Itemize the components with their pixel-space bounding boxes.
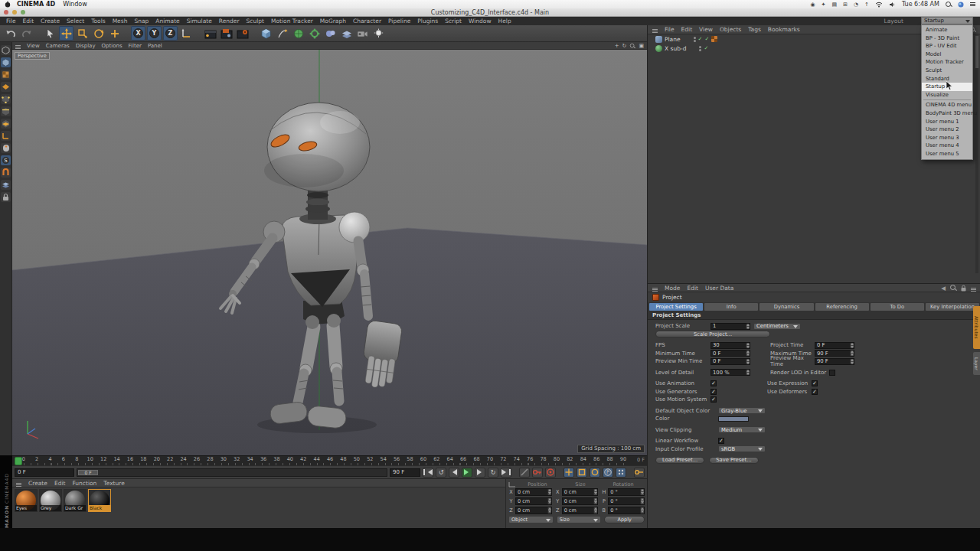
enable-axis-icon[interactable] <box>1 131 11 141</box>
size-y-field[interactable]: 0 cm <box>562 497 599 505</box>
grid-status-icon[interactable]: ⊞ <box>843 2 848 8</box>
visibility-dots[interactable] <box>699 46 701 51</box>
section-header[interactable]: Project Settings <box>648 311 980 320</box>
object-manager-menu-item[interactable]: View <box>699 26 713 33</box>
redo-icon[interactable] <box>19 26 34 41</box>
preview-max-time-field[interactable]: 90 F <box>815 358 854 365</box>
render-lod-checkbox[interactable] <box>829 370 835 376</box>
material-thumbnail[interactable]: Dark Gr <box>64 489 87 512</box>
record-parameter-icon[interactable]: P <box>603 468 613 478</box>
environment-icon[interactable] <box>339 26 354 41</box>
materials-burger-icon[interactable] <box>16 483 21 484</box>
coordinate-system-icon[interactable] <box>179 26 194 41</box>
macos-window-menu[interactable]: Window <box>63 1 87 8</box>
render-settings-icon[interactable] <box>235 26 250 41</box>
pos-x-field[interactable]: 0 cm <box>515 488 552 496</box>
macos-app-menu[interactable]: CINEMA 4D <box>17 1 55 8</box>
end-frame-field[interactable]: 90 F <box>390 468 420 477</box>
menu-item[interactable]: Create <box>41 18 60 24</box>
toggle-view-icon[interactable]: ▣ <box>639 43 644 49</box>
play-mode-icon[interactable]: ↺ <box>436 468 446 478</box>
previous-frame-icon[interactable] <box>449 468 459 478</box>
layout-menu-item[interactable]: User menu 4 <box>922 142 972 150</box>
attributes-menu-item[interactable]: User Data <box>705 285 733 292</box>
object-manager-menu-item[interactable]: Bookmarks <box>768 26 800 33</box>
rot-h-field[interactable]: 0 ° <box>608 488 645 496</box>
scrubber-handle[interactable]: 0 F <box>78 470 98 475</box>
menu-item[interactable]: Motion Tracker <box>271 18 313 24</box>
z-axis-lock-icon[interactable]: Z <box>163 26 178 41</box>
preview-min-time-field[interactable]: 0 F <box>710 358 750 365</box>
texture-tag-icon[interactable] <box>711 36 717 42</box>
pos-z-field[interactable]: 0 cm <box>515 507 552 514</box>
menu-item[interactable]: Pipeline <box>388 18 410 24</box>
color-swatch[interactable] <box>718 416 749 422</box>
enabled-check[interactable]: ✓ <box>698 36 703 42</box>
current-frame-field[interactable]: 0 F <box>15 468 74 477</box>
attributes-lock-icon[interactable] <box>961 285 966 292</box>
attributes-tab[interactable]: Info <box>704 303 758 311</box>
load-preset-button[interactable]: Load Preset... <box>655 457 704 464</box>
viewport-solo-icon[interactable] <box>1 143 11 153</box>
subdivision-surface-icon[interactable] <box>291 26 305 41</box>
materials-menu-item[interactable]: Function <box>72 480 96 487</box>
viewport-menu-item[interactable]: Panel <box>148 43 162 49</box>
attributes-tab[interactable]: Dynamics <box>760 303 813 311</box>
pan-view-icon[interactable]: + <box>615 43 619 49</box>
fps-field[interactable]: 30 <box>710 342 750 349</box>
attributes-side-tab[interactable]: Attributes <box>973 306 980 349</box>
volume-icon[interactable] <box>889 2 896 8</box>
attributes-options-icon[interactable] <box>971 288 976 289</box>
viewport-menu-item[interactable]: Filter <box>129 43 142 49</box>
project-scale-field[interactable]: 1 <box>710 323 750 330</box>
use-generators-checkbox[interactable]: ✓ <box>710 389 717 395</box>
layout-menu-item[interactable]: Visualize <box>922 91 972 99</box>
workplane-icon[interactable] <box>1 82 11 92</box>
use-deformers-checkbox[interactable]: ✓ <box>812 389 818 395</box>
layout-menu-item[interactable]: User menu 3 <box>922 134 972 142</box>
apple-icon[interactable] <box>5 1 11 8</box>
rot-b-field[interactable]: 0 ° <box>608 507 645 514</box>
menu-item[interactable]: Snap <box>134 18 149 24</box>
undo-icon[interactable] <box>3 26 18 41</box>
autokey-icon[interactable] <box>545 468 556 478</box>
menu-item[interactable]: Animate <box>155 18 179 24</box>
menu-item[interactable]: Plugins <box>417 18 438 24</box>
y-axis-lock-icon[interactable]: Y <box>147 26 162 41</box>
timeline-ruler[interactable]: 0246810121416182022242628303234363840424… <box>12 455 647 465</box>
size-z-field[interactable]: 0 cm <box>562 507 599 514</box>
menu-item[interactable]: Window <box>469 18 492 24</box>
default-object-color-dropdown[interactable]: Gray-Blue <box>718 407 766 414</box>
layout-menu-item[interactable]: Model <box>922 51 972 59</box>
level-of-detail-field[interactable]: 100 % <box>710 369 750 376</box>
scale-project-button[interactable]: Scale Project... <box>655 331 770 337</box>
record-key-icon[interactable] <box>532 468 543 478</box>
attributes-tab[interactable]: To Do <box>871 303 924 311</box>
menu-item[interactable]: Select <box>67 18 84 24</box>
menu-item[interactable]: Script <box>445 18 462 24</box>
generator-check[interactable]: ✓ <box>704 36 709 42</box>
maximum-time-field[interactable]: 90 F <box>815 350 854 357</box>
object-manager-menu-item[interactable]: Objects <box>720 26 741 33</box>
notification-center-icon[interactable] <box>970 2 975 3</box>
enabled-check[interactable]: ✓ <box>704 45 708 51</box>
orbit-view-icon[interactable]: ↻ <box>622 43 627 49</box>
attributes-search-icon[interactable] <box>950 285 956 291</box>
make-editable-icon[interactable] <box>1 45 11 55</box>
move-tool-icon[interactable] <box>59 26 74 41</box>
linear-workflow-checkbox[interactable]: ✓ <box>718 438 724 444</box>
coords-size-dropdown[interactable]: Size <box>557 516 602 523</box>
x-axis-lock-icon[interactable]: X <box>131 26 145 41</box>
layout-switcher-dropdown[interactable]: Startup <box>921 17 973 24</box>
viewport-menu-item[interactable]: Options <box>102 43 122 49</box>
app-status-icon[interactable]: ◉ <box>810 2 815 8</box>
layout-menu-item[interactable]: Animate <box>922 26 972 34</box>
record-position-icon[interactable] <box>564 468 574 478</box>
object-manager-menu-item[interactable]: Edit <box>681 26 693 33</box>
visibility-dots[interactable] <box>694 37 696 42</box>
lock-icon[interactable] <box>1 192 11 202</box>
layout-menu-item[interactable]: BP - UV Edit <box>922 42 972 51</box>
viewport-menu-item[interactable]: Cameras <box>46 43 70 49</box>
record-rotation-icon[interactable] <box>590 468 600 478</box>
layout-menu-item[interactable]: Motion Tracker <box>922 58 972 67</box>
